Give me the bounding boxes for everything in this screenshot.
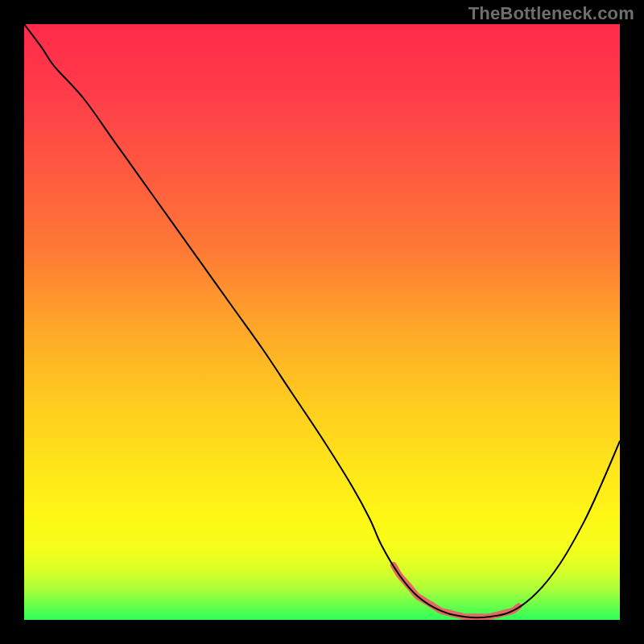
chart-frame: TheBottleneck.com: [0, 0, 644, 644]
attribution-label: TheBottleneck.com: [469, 3, 634, 24]
gradient-background: [24, 24, 620, 620]
chart-svg: [24, 24, 620, 620]
plot-area: [24, 24, 620, 620]
